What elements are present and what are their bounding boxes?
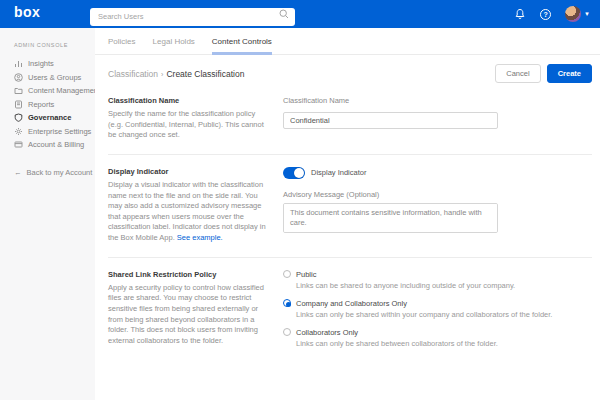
search-bar xyxy=(90,5,295,23)
classification-name-input[interactable] xyxy=(283,112,498,129)
shield-icon xyxy=(14,113,23,122)
search-input[interactable] xyxy=(90,8,295,26)
tab-legal-holds[interactable]: Legal Holds xyxy=(153,37,195,55)
radio-icon[interactable] xyxy=(283,328,291,336)
page-header: Classification›Create Classification Can… xyxy=(95,55,600,90)
chevron-down-icon: ▼ xyxy=(584,11,590,17)
section-heading: Classification Name xyxy=(108,96,271,105)
search-icon xyxy=(279,9,289,19)
user-icon xyxy=(14,73,23,82)
header-actions: Cancel Create xyxy=(495,64,592,83)
section-description: Specify the name for the classification … xyxy=(108,109,271,141)
section-description: Display a visual indicator with the clas… xyxy=(108,180,271,244)
cancel-button[interactable]: Cancel xyxy=(495,64,540,83)
arrow-left-icon: ← xyxy=(14,168,22,177)
account-menu[interactable]: ▼ xyxy=(565,6,590,22)
sidebar-item-governance[interactable]: Governance xyxy=(14,111,95,125)
sidebar-item-content-management[interactable]: Content Management xyxy=(14,84,95,98)
section-description: Apply a security policy to control how c… xyxy=(108,283,271,347)
radio-option-public[interactable]: Public Links can be shared to anyone inc… xyxy=(283,270,592,290)
tab-bar: Policies Legal Holds Content Controls xyxy=(95,28,600,55)
sidebar-item-insights[interactable]: Insights xyxy=(14,57,95,71)
sidebar-item-enterprise-settings[interactable]: Enterprise Settings xyxy=(14,125,95,139)
gear-icon xyxy=(14,127,23,136)
toggle-label: Display Indicator xyxy=(311,168,366,177)
section-heading: Display Indicator xyxy=(108,167,271,176)
section-display-indicator: Display Indicator Display a visual indic… xyxy=(108,167,592,244)
admin-sidebar: ADMIN CONSOLE Insights Users & Groups Co… xyxy=(0,28,95,400)
report-icon xyxy=(14,100,23,109)
help-icon[interactable]: ? xyxy=(539,8,552,21)
see-example-link[interactable]: See example. xyxy=(177,233,223,242)
section-shared-link-policy: Shared Link Restriction Policy Apply a s… xyxy=(108,270,592,357)
tab-policies[interactable]: Policies xyxy=(108,37,136,55)
divider xyxy=(108,257,592,258)
section-heading: Shared Link Restriction Policy xyxy=(108,270,271,279)
classification-name-label: Classification Name xyxy=(283,96,592,105)
radio-icon[interactable] xyxy=(283,270,291,278)
advisory-message-textarea[interactable]: This document contains sensitive informa… xyxy=(283,203,498,233)
create-button[interactable]: Create xyxy=(547,64,592,83)
breadcrumb-separator: › xyxy=(161,71,163,78)
notifications-bell-icon[interactable] xyxy=(513,8,526,21)
breadcrumb-parent[interactable]: Classification xyxy=(108,69,158,79)
main-content: Policies Legal Holds Content Controls Cl… xyxy=(95,28,600,400)
create-classification-form: Classification Name Specify the name for… xyxy=(95,90,600,357)
radio-option-collaborators-only[interactable]: Collaborators Only Links can only be sha… xyxy=(283,328,592,348)
sidebar-item-reports[interactable]: Reports xyxy=(14,98,95,112)
radio-icon-selected[interactable] xyxy=(283,299,291,307)
sidebar-item-account-billing[interactable]: Account & Billing xyxy=(14,138,95,152)
page-title: Create Classification xyxy=(166,69,244,79)
box-logo[interactable]: box xyxy=(14,4,40,20)
sidebar-section-label: ADMIN CONSOLE xyxy=(14,42,95,48)
avatar xyxy=(565,6,581,22)
credit-card-icon xyxy=(14,140,23,149)
divider xyxy=(108,154,592,155)
breadcrumb: Classification›Create Classification xyxy=(108,69,244,79)
folder-icon xyxy=(14,86,23,95)
bar-chart-icon xyxy=(14,59,23,68)
sidebar-item-users-groups[interactable]: Users & Groups xyxy=(14,71,95,85)
display-indicator-toggle[interactable] xyxy=(283,167,305,179)
top-bar: box ? ▼ xyxy=(0,0,600,28)
radio-option-company-collaborators[interactable]: Company and Collaborators Only Links can… xyxy=(283,299,592,319)
advisory-message-label: Advisory Message (Optional) xyxy=(283,190,592,199)
section-classification-name: Classification Name Specify the name for… xyxy=(108,96,592,141)
topbar-right-cluster: ? ▼ xyxy=(513,0,590,28)
tab-content-controls[interactable]: Content Controls xyxy=(212,37,272,55)
back-to-account-link[interactable]: ← Back to my Account xyxy=(14,168,95,177)
